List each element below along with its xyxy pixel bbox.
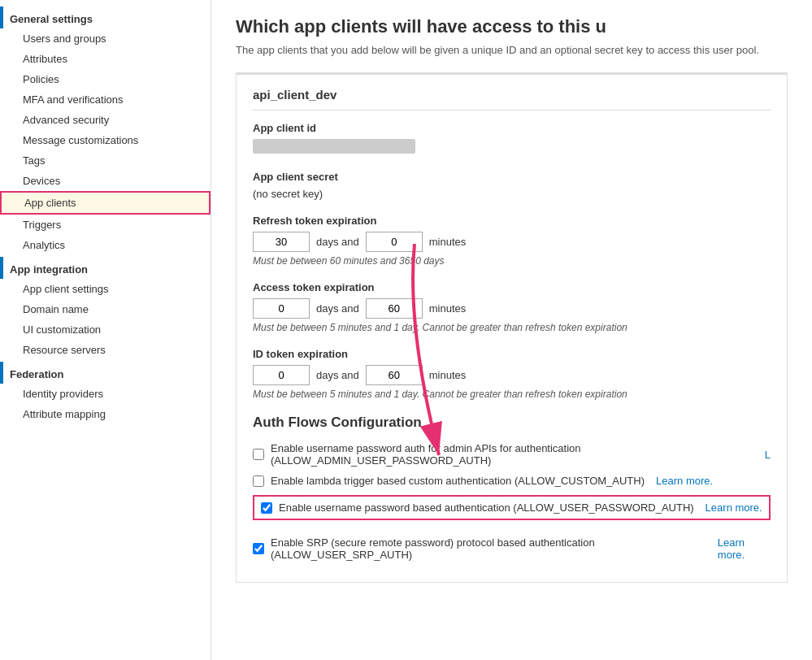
refresh-token-minutes-input[interactable] [366,232,423,252]
page-subtitle: The app clients that you add below will … [236,44,788,56]
app-client-card: api_client_dev App client id App client … [236,72,788,583]
app-client-id-group: App client id [253,122,771,156]
sidebar-item-app-clients[interactable]: App clients [0,191,211,215]
learn-more-link-2[interactable]: Learn more. [656,475,713,487]
access-token-group: Access token expiration days and minutes… [253,281,771,333]
auth-flow-label-1: Enable username password auth for admin … [271,442,753,467]
auth-flow-row-4: Enable SRP (secure remote password) prot… [253,536,771,561]
main-content: Which app clients will have access to th… [211,0,812,660]
refresh-token-hint: Must be between 60 minutes and 3650 days [253,255,771,267]
id-token-label: ID token expiration [253,348,771,360]
sidebar: General settings Users and groupsAttribu… [0,0,211,660]
learn-more-link-3[interactable]: Learn more. [706,502,762,514]
general-settings-label[interactable]: General settings [0,7,211,28]
page-title: Which app clients will have access to th… [236,16,788,37]
sidebar-item-message-customizations[interactable]: Message customizations [0,130,211,150]
sidebar-item-triggers[interactable]: Triggers [0,215,211,235]
federation-section: Federation Identity providersAttribute m… [0,362,211,424]
auth-flow-row-3: Enable username password based authentic… [253,495,771,520]
access-token-row: days and minutes [253,298,771,319]
federation-label[interactable]: Federation [0,362,211,384]
id-token-hint: Must be between 5 minutes and 1 day. Can… [253,389,771,400]
refresh-token-days-input[interactable] [253,232,310,252]
refresh-token-row: days and minutes [253,232,771,252]
app-integration-label[interactable]: App integration [0,257,211,279]
refresh-token-label: Refresh token expiration [253,215,771,227]
sidebar-item-analytics[interactable]: Analytics [0,235,211,255]
auth-flow-checkbox-3[interactable] [261,502,272,514]
sidebar-item-advanced-security[interactable]: Advanced security [0,110,211,130]
auth-flow-label-2: Enable lambda trigger based custom authe… [271,475,645,487]
sidebar-federation-items: Identity providersAttribute mapping [0,384,211,424]
auth-flows-title: Auth Flows Configuration [253,415,771,431]
refresh-token-days-text: days and [316,236,359,248]
sidebar-app-integration-items: App client settingsDomain nameUI customi… [0,279,211,360]
sidebar-item-mfa-and-verifications[interactable]: MFA and verifications [0,89,211,110]
sidebar-item-resource-servers[interactable]: Resource servers [0,340,211,360]
sidebar-general-items: Users and groupsAttributesPoliciesMFA an… [0,28,211,255]
sidebar-item-domain-name[interactable]: Domain name [0,299,211,319]
app-client-secret-group: App client secret (no secret key) [253,171,771,200]
auth-flow-checkbox-4[interactable] [253,543,264,554]
sidebar-item-tags[interactable]: Tags [0,150,211,171]
access-token-minutes-text: minutes [429,302,467,315]
sidebar-item-identity-providers[interactable]: Identity providers [0,384,211,404]
app-client-secret-value: (no secret key) [253,188,771,200]
id-token-minutes-text: minutes [429,369,467,381]
refresh-token-group: Refresh token expiration days and minute… [253,215,771,267]
auth-flow-checkbox-1[interactable] [253,449,264,460]
id-token-minutes-input[interactable] [366,365,423,385]
app-client-name: api_client_dev [253,88,771,111]
general-settings-section: General settings Users and groupsAttribu… [0,7,211,255]
auth-flows-container: Enable username password auth for admin … [253,442,771,561]
id-token-row: days and minutes [253,365,771,385]
auth-flow-checkbox-2[interactable] [253,475,264,487]
learn-more-link-1[interactable]: L [765,449,771,461]
learn-more-link-4[interactable]: Learn more. [718,536,771,561]
app-client-id-value [253,139,415,154]
auth-flow-row-2: Enable lambda trigger based custom authe… [253,475,771,487]
auth-flow-row-1: Enable username password auth for admin … [253,442,771,467]
auth-flow-wrapper-3: Enable username password based authentic… [253,495,771,528]
sidebar-item-devices[interactable]: Devices [0,171,211,191]
id-token-group: ID token expiration days and minutes Mus… [253,348,771,400]
auth-flow-label-3: Enable username password based authentic… [279,502,694,514]
id-token-days-input[interactable] [253,365,310,385]
app-client-secret-label: App client secret [253,171,771,183]
auth-flow-label-4: Enable SRP (secure remote password) prot… [271,536,706,561]
sidebar-item-ui-customization[interactable]: UI customization [0,319,211,340]
sidebar-item-attribute-mapping[interactable]: Attribute mapping [0,404,211,424]
sidebar-item-users-and-groups[interactable]: Users and groups [0,28,211,49]
refresh-token-minutes-text: minutes [429,236,467,248]
sidebar-item-attributes[interactable]: Attributes [0,49,211,69]
access-token-hint: Must be between 5 minutes and 1 day. Can… [253,322,771,333]
app-integration-section: App integration App client settingsDomai… [0,257,211,360]
id-token-days-text: days and [316,369,359,381]
access-token-minutes-input[interactable] [366,298,423,319]
sidebar-item-app-client-settings[interactable]: App client settings [0,279,211,299]
access-token-days-text: days and [316,302,359,315]
access-token-label: Access token expiration [253,281,771,293]
sidebar-item-policies[interactable]: Policies [0,69,211,89]
app-client-id-label: App client id [253,122,771,134]
access-token-days-input[interactable] [253,298,310,319]
